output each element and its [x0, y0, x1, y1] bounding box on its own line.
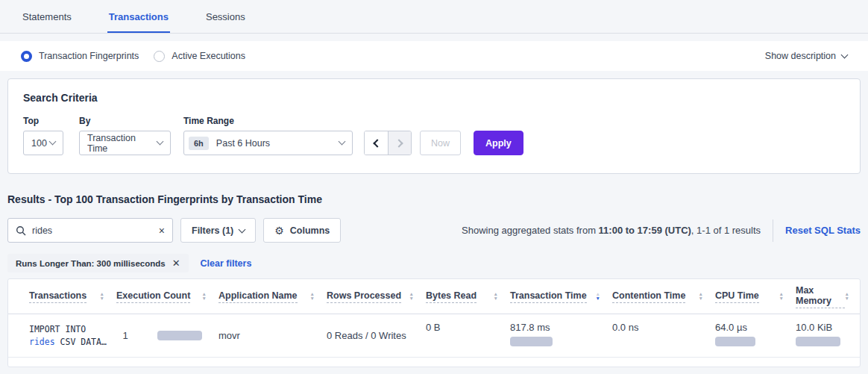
show-description-toggle[interactable]: Show description: [765, 51, 847, 61]
time-range-field: Time Range 6h Past 6 Hours: [183, 116, 364, 155]
cell-rows-processed: 0 Reads / 0 Writes: [327, 314, 426, 357]
gear-icon: ⚙: [274, 225, 284, 236]
by-select[interactable]: Transaction Time: [79, 131, 171, 155]
column-header-label: Execution Count: [116, 290, 190, 303]
search-icon: [16, 225, 26, 236]
search-criteria-title: Search Criteria: [23, 92, 845, 104]
rows-processed-value: 0 Reads / 0 Writes: [327, 330, 415, 341]
column-header-rows-processed[interactable]: Rows Processed ▲▼: [327, 279, 426, 314]
columns-button-label: Columns: [290, 225, 330, 236]
chevron-down-icon: [49, 138, 57, 146]
sort-icon: ▲▼: [100, 292, 104, 301]
radio-label: Active Executions: [172, 51, 245, 61]
column-header-bytes-read[interactable]: Bytes Read ▲▼: [426, 279, 510, 314]
cell-execution-count: 1: [116, 314, 218, 357]
view-toggle-band: Transaction Fingerprints Active Executio…: [0, 41, 868, 71]
filter-chip-runs-longer-than: Runs Longer Than: 300 milliseconds ✕: [7, 254, 189, 272]
filter-chip-label: Runs Longer Than: 300 milliseconds: [16, 259, 166, 268]
radio-unselected-icon: [154, 51, 165, 62]
table-row: IMPORT INTO rides CSV DATA… 1 movr 0 Rea…: [8, 314, 860, 358]
time-window-arrows: [364, 131, 412, 155]
column-header-application-name[interactable]: Application Name ▲▼: [218, 279, 327, 314]
cell-bytes-read: 0 B: [426, 314, 510, 357]
column-header-transactions[interactable]: Transactions ▲▼: [29, 279, 116, 314]
view-radio-group: Transaction Fingerprints Active Executio…: [21, 51, 245, 62]
column-header-label: Contention Time: [612, 290, 685, 303]
column-header-label: CPU Time: [715, 290, 759, 303]
by-label: By: [79, 116, 183, 126]
top-field: Top 100: [23, 116, 79, 155]
contention-time-value: 0.0 ns: [612, 322, 705, 333]
divider: [773, 219, 773, 242]
search-criteria-card: Search Criteria Top 100 By Transaction T…: [7, 78, 861, 174]
radio-active-executions[interactable]: Active Executions: [154, 51, 245, 62]
now-button[interactable]: Now: [420, 131, 461, 155]
transaction-time-bar: [510, 337, 553, 346]
page-tabs: Statements Transactions Sessions: [0, 0, 868, 34]
sort-desc-icon: ▲▼: [596, 292, 600, 301]
max-memory-value: 10.0 KiB: [796, 322, 851, 333]
previous-time-window-button[interactable]: [365, 131, 388, 155]
cell-application-name: movr: [218, 314, 327, 357]
aggregated-stats-text: Showing aggregated stats from 11:00 to 1…: [462, 225, 761, 236]
remove-filter-icon[interactable]: ✕: [172, 258, 180, 269]
tab-sessions[interactable]: Sessions: [204, 1, 247, 33]
show-description-label: Show description: [765, 51, 836, 61]
search-input[interactable]: [32, 225, 154, 236]
cell-transaction-fingerprint[interactable]: IMPORT INTO rides CSV DATA…: [29, 314, 116, 357]
time-range-select[interactable]: 6h Past 6 Hours: [183, 131, 353, 155]
cell-transaction-time: 817.8 ms: [510, 314, 612, 357]
column-header-execution-count[interactable]: Execution Count ▲▼: [116, 279, 218, 314]
statement-rest: CSV DATA…: [55, 337, 107, 347]
by-select-value: Transaction Time: [87, 133, 157, 154]
clear-filters-link[interactable]: Clear filters: [201, 258, 252, 269]
search-box: ×: [7, 218, 173, 243]
sort-icon: ▲▼: [202, 292, 207, 301]
column-header-max-memory[interactable]: Max Memory ▲▼: [796, 279, 861, 314]
column-header-label: Bytes Read: [426, 290, 477, 303]
radio-label: Transaction Fingerprints: [39, 51, 139, 61]
sort-icon: ▲▼: [310, 292, 315, 301]
chevron-down-icon: [239, 226, 246, 234]
results-table: Transactions ▲▼ Execution Count ▲▼ Appli…: [7, 278, 861, 367]
sort-icon: ▲▼: [699, 292, 703, 301]
time-range-label: Time Range: [183, 116, 364, 126]
column-header-label: Transactions: [29, 290, 87, 303]
sort-icon: ▲▼: [494, 292, 498, 301]
column-header-cpu-time[interactable]: CPU Time ▲▼: [715, 279, 796, 314]
columns-button[interactable]: ⚙ Columns: [263, 218, 341, 243]
cell-cpu-time: 64.0 µs: [715, 314, 796, 357]
tab-statements[interactable]: Statements: [21, 1, 73, 33]
sort-icon: ▲▼: [409, 292, 414, 301]
execution-count-bar: [157, 331, 202, 340]
column-header-transaction-time[interactable]: Transaction Time ▲▼: [510, 279, 612, 314]
top-select-value: 100: [31, 138, 47, 149]
results-heading: Results - Top 100 Transaction Fingerprin…: [7, 193, 861, 205]
search-match-highlight: rides: [29, 337, 55, 347]
clear-search-icon[interactable]: ×: [154, 225, 165, 237]
application-name-value: movr: [218, 330, 316, 341]
chevron-down-icon: [841, 51, 849, 58]
column-header-label: Transaction Time: [510, 290, 587, 303]
cpu-time-bar: [715, 337, 755, 346]
radio-transaction-fingerprints[interactable]: Transaction Fingerprints: [21, 51, 139, 62]
sort-icon: ▲▼: [779, 292, 784, 301]
transaction-statement-line2: rides CSV DATA…: [29, 336, 106, 349]
execution-count-value: 1: [122, 330, 128, 341]
radio-selected-icon: [21, 51, 32, 62]
chevron-down-icon: [157, 138, 164, 146]
chevron-down-icon: [339, 138, 346, 146]
tab-transactions[interactable]: Transactions: [107, 1, 170, 33]
reset-sql-stats-link[interactable]: Reset SQL Stats: [785, 225, 861, 236]
cell-contention-time: 0.0 ns: [612, 314, 715, 357]
stats-prefix: Showing aggregated stats from: [462, 225, 599, 236]
cell-max-memory: 10.0 KiB: [796, 314, 861, 357]
filters-button[interactable]: Filters (1): [180, 218, 256, 243]
top-select[interactable]: 100: [23, 131, 63, 155]
filters-button-label: Filters (1): [192, 225, 233, 236]
apply-button[interactable]: Apply: [474, 131, 523, 155]
column-header-label: Rows Processed: [327, 290, 401, 303]
next-time-window-button[interactable]: [388, 131, 411, 155]
time-range-badge: 6h: [189, 137, 209, 150]
column-header-contention-time[interactable]: Contention Time ▲▼: [612, 279, 715, 314]
